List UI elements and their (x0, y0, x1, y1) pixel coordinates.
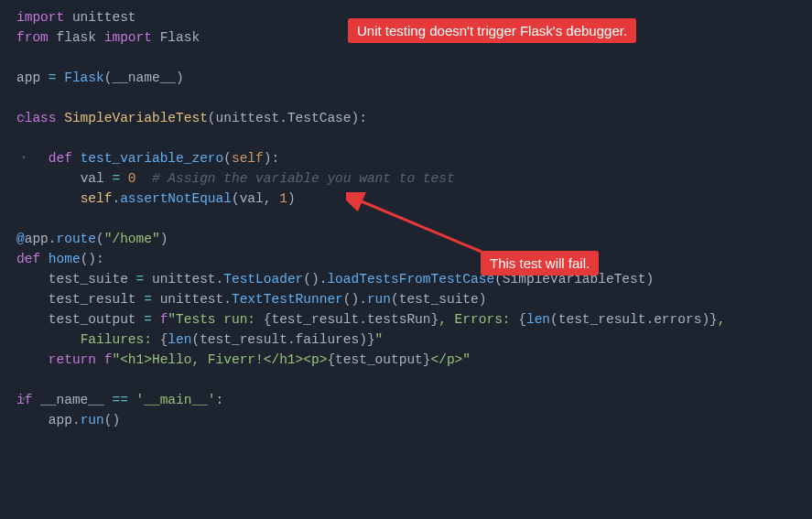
code-line: def test_variable_zero(self): (16, 148, 812, 168)
code-line: if __name__ == '__main__': (16, 390, 812, 410)
code-line: class SimpleVariableTest(unittest.TestCa… (16, 108, 812, 128)
code-line: Failures: {len(test_result.failures)}" (16, 330, 812, 350)
fold-icon[interactable]: ▾ (19, 108, 28, 128)
code-line: val = 0 # Assign the variable you want t… (16, 168, 812, 189)
fold-icon[interactable]: ▾ (19, 390, 28, 410)
code-line: test_output = f"Tests run: {test_result.… (16, 309, 812, 330)
svg-line-1 (357, 200, 482, 252)
code-line: app.run() (16, 410, 812, 430)
annotation-middle: This test will fail. (481, 251, 599, 276)
code-line: app = Flask(__name__) (16, 68, 812, 88)
fold-icon[interactable]: ▾ (19, 249, 28, 269)
annotation-top: Unit testing doesn't trigger Flask's deb… (348, 18, 636, 43)
code-line: return f"<h1>Hello, Fiverr!</h1><p>{test… (16, 350, 812, 370)
arrow-icon (346, 192, 493, 256)
blank-line (16, 128, 812, 148)
fold-icon[interactable]: ▾ (19, 148, 28, 168)
code-line: test_suite = unittest.TestLoader().loadT… (16, 269, 812, 289)
blank-line (16, 430, 812, 450)
blank-line (16, 88, 812, 108)
code-line: test_result = unittest.TextTestRunner().… (16, 289, 812, 309)
blank-line (16, 48, 812, 68)
blank-line (16, 370, 812, 390)
